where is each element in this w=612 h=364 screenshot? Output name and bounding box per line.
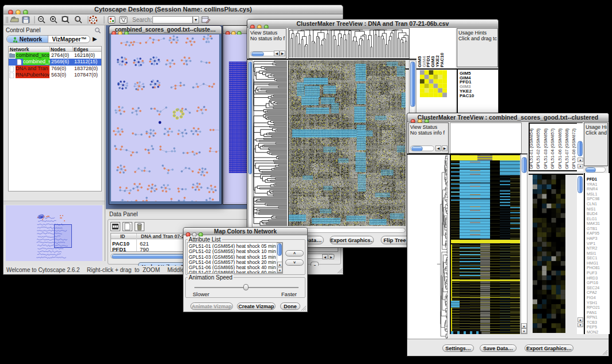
svg-text:1:1: 1:1 (76, 18, 80, 21)
